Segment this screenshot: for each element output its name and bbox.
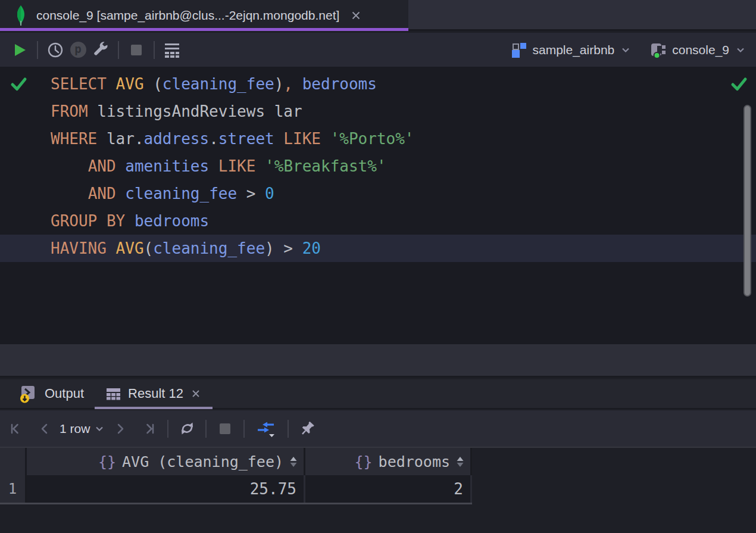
inline-success-check-icon — [730, 76, 748, 96]
code-token: . — [209, 130, 218, 148]
code-line[interactable]: AND cleaning_fee > 0 — [0, 180, 756, 207]
profiler-button[interactable]: p — [67, 39, 89, 61]
stop-query-button[interactable] — [215, 419, 235, 439]
code-token: ( — [144, 239, 154, 257]
editor-scrollbar[interactable] — [743, 105, 751, 297]
column-header-label: AVG (cleaning_fee) — [122, 453, 283, 470]
toolbar-separator — [205, 420, 207, 438]
stop-icon — [129, 42, 144, 58]
code-token: 20 — [302, 239, 321, 257]
gutter-success-check-icon[interactable] — [10, 76, 27, 96]
next-page-button[interactable] — [110, 419, 130, 439]
sort-icon[interactable] — [289, 456, 298, 467]
column-header-label: bedrooms — [379, 453, 450, 470]
grid-corner-cell[interactable] — [0, 448, 27, 475]
compare-icon — [256, 419, 276, 438]
mongodb-leaf-icon — [13, 5, 29, 26]
toolbar-separator — [288, 420, 289, 438]
editor-tab-title: console_9 [sampe_airbnb@clus...-2ejqn.mo… — [36, 8, 339, 23]
console-output-icon — [19, 384, 38, 403]
first-page-icon — [8, 421, 24, 437]
previous-page-button[interactable] — [35, 419, 55, 439]
code-token: AND — [88, 157, 126, 175]
console-selector[interactable]: console_9 — [649, 41, 746, 58]
json-type-icon: {} — [98, 453, 116, 470]
code-token: address — [144, 130, 210, 148]
run-button[interactable] — [8, 39, 31, 61]
code-token: street — [218, 130, 274, 148]
code-line[interactable]: FROM listingsAndReviews lar — [0, 98, 756, 125]
toolbar-separator — [154, 41, 155, 59]
profiler-icon: p — [70, 42, 86, 58]
schema-selector-label: sample_airbnb — [532, 43, 614, 57]
pin-tab-button[interactable] — [297, 419, 317, 439]
code-token: cleaning_fee — [153, 239, 265, 257]
code-token: 0 — [265, 185, 274, 202]
code-token — [274, 130, 284, 148]
cell-avg-cleaning-fee[interactable]: 25.75 — [27, 475, 305, 503]
row-number-cell[interactable]: 1 — [0, 475, 27, 503]
console-toolbar: p sample_airbnb — [0, 33, 756, 67]
code-token: amenities — [125, 157, 209, 175]
code-line[interactable]: SELECT AVG (cleaning_fee), bedrooms — [0, 70, 756, 98]
code-token: AVG — [116, 239, 144, 257]
code-token: listingsAndReviews lar — [97, 102, 302, 120]
active-result-tab-underline — [95, 407, 213, 409]
query-history-button[interactable] — [44, 39, 67, 61]
chevron-down-icon — [620, 44, 632, 56]
code-token: cleaning_fee — [163, 75, 274, 93]
wrench-icon — [92, 41, 110, 58]
column-header-bedrooms[interactable]: {} bedrooms — [305, 448, 472, 475]
settings-button[interactable] — [89, 39, 112, 61]
code-token: AND — [88, 185, 126, 202]
code-line[interactable]: AND amenities LIKE '%Breakfast%' — [0, 152, 756, 180]
code-token: bedrooms — [135, 212, 209, 230]
tab-output[interactable]: Output — [8, 379, 95, 408]
code-line[interactable]: WHERE lar.address.street LIKE '%Porto%' — [0, 125, 756, 152]
editor-tab-console9[interactable]: console_9 [sampe_airbnb@clus...-2ejqn.mo… — [0, 0, 408, 31]
code-token: GROUP BY — [51, 212, 135, 230]
code-line[interactable]: GROUP BY bedrooms — [0, 207, 756, 235]
reload-page-button[interactable] — [177, 419, 197, 439]
compare-data-button[interactable] — [253, 419, 279, 439]
grid-bottom-border — [0, 503, 472, 504]
schema-selector[interactable]: sample_airbnb — [511, 42, 632, 58]
console-selector-label: console_9 — [672, 43, 729, 57]
page-size-selector[interactable]: 1 row — [60, 422, 105, 436]
tab-close-icon[interactable] — [190, 388, 202, 400]
stop-icon — [217, 421, 233, 437]
active-tab-underline — [0, 28, 408, 31]
last-page-button[interactable] — [139, 419, 159, 439]
previous-page-icon — [37, 421, 52, 437]
sort-icon[interactable] — [456, 456, 464, 467]
code-token: HAVING — [51, 239, 116, 257]
schema-icon — [511, 42, 527, 58]
code-token: lar. — [107, 130, 144, 148]
editor-results-splitter[interactable] — [0, 344, 756, 378]
pin-icon — [298, 420, 316, 438]
tab-close-icon[interactable] — [349, 9, 363, 22]
table-grid-icon — [105, 386, 121, 402]
console-session-icon — [649, 41, 667, 58]
column-header-avg-cleaning-fee[interactable]: {} AVG (cleaning_fee) — [27, 448, 305, 475]
stop-button[interactable] — [125, 39, 148, 61]
cell-bedrooms[interactable]: 2 — [305, 475, 472, 503]
toolbar-separator — [243, 420, 245, 438]
first-page-button[interactable] — [6, 419, 26, 439]
tab-output-label: Output — [45, 386, 84, 401]
reload-icon — [178, 419, 196, 438]
sql-editor[interactable]: SELECT AVG (cleaning_fee), bedroomsFROM … — [0, 67, 756, 344]
chevron-down-icon — [93, 423, 105, 435]
tab-result-12[interactable]: Result 12 — [95, 379, 213, 408]
code-token — [51, 185, 88, 202]
grid-header-row: {} AVG (cleaning_fee) {} bedrooms — [0, 448, 472, 475]
code-token: , — [283, 75, 293, 93]
in-editor-results-button[interactable] — [161, 39, 183, 61]
code-token: LIKE — [283, 130, 330, 148]
toolbar-separator — [167, 420, 168, 438]
tab-result-label: Result 12 — [128, 386, 183, 401]
in-editor-results-icon — [163, 41, 181, 59]
results-tab-bar: Output Result 12 — [0, 379, 756, 409]
code-line-current[interactable]: HAVING AVG(cleaning_fee) > 20 — [0, 235, 756, 262]
code-token: > — [237, 185, 265, 202]
